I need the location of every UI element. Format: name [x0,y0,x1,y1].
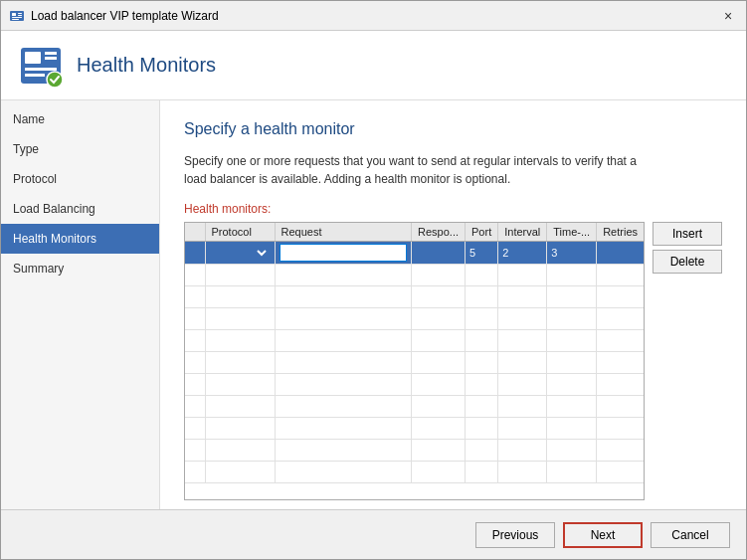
col-header-timeout: Time-... [547,223,597,242]
table-area: Protocol Request Respo... Port Interval … [184,222,645,500]
next-button[interactable]: Next [563,522,643,548]
sidebar-item-load-balancing[interactable]: Load Balancing [1,194,159,224]
content-area: Specify a health monitor Specify one or … [160,100,746,509]
content-title: Specify a health monitor [184,120,722,138]
empty-row-6 [185,374,644,396]
svg-rect-9 [45,57,57,60]
svg-rect-7 [25,52,41,64]
sidebar-item-name[interactable]: Name [1,104,159,134]
response-cell [412,242,466,265]
svg-rect-4 [12,17,22,18]
svg-rect-3 [18,15,22,16]
retries-cell [597,242,644,265]
app-icon [9,8,25,24]
insert-button[interactable]: Insert [653,222,722,246]
empty-row-8 [185,418,644,440]
col-header-rownum [185,223,205,242]
svg-point-12 [47,72,63,88]
col-header-request: Request [275,223,412,242]
previous-button[interactable]: Previous [475,522,555,548]
empty-row-3 [185,308,644,330]
sidebar: Name Type Protocol Load Balancing Health… [1,100,160,509]
col-header-port: Port [466,223,498,242]
row-number-cell [185,242,205,265]
health-monitors-table: Protocol Request Respo... Port Interval … [185,223,644,483]
empty-row-2 [185,286,644,308]
empty-row-5 [185,352,644,374]
section-label: Health monitors: [184,202,722,216]
close-button[interactable]: × [718,6,738,26]
wizard-header: Health Monitors [1,31,746,100]
sidebar-item-protocol[interactable]: Protocol [1,164,159,194]
table-container: Protocol Request Respo... Port Interval … [184,222,722,500]
footer: Previous Next Cancel [1,509,746,559]
table-row: HTTP HTTPS TCP 5 2 [185,242,644,265]
wizard-header-title: Health Monitors [77,54,216,77]
timeout-cell: 3 [547,242,597,265]
request-cell[interactable] [275,242,412,265]
wizard-body: Name Type Protocol Load Balancing Health… [1,100,746,509]
content-description: Specify one or more requests that you wa… [184,152,661,188]
title-bar: Load balancer VIP template Wizard × [1,1,746,31]
svg-rect-1 [12,13,16,16]
col-header-interval: Interval [498,223,547,242]
empty-row-4 [185,330,644,352]
col-header-response: Respo... [412,223,466,242]
svg-rect-11 [25,74,45,77]
col-header-protocol: Protocol [205,223,275,242]
empty-row-9 [185,440,644,462]
sidebar-item-summary[interactable]: Summary [1,254,159,283]
wizard-header-icon [17,42,65,90]
svg-rect-8 [45,52,57,55]
col-header-retries: Retries [597,223,644,242]
empty-row-1 [185,265,644,286]
empty-row-7 [185,396,644,418]
protocol-cell[interactable]: HTTP HTTPS TCP [205,242,275,265]
empty-row-10 [185,462,644,483]
request-input[interactable] [280,244,408,262]
sidebar-item-health-monitors[interactable]: Health Monitors [1,224,159,254]
interval-cell: 2 [498,242,547,265]
sidebar-item-type[interactable]: Type [1,134,159,164]
cancel-button[interactable]: Cancel [651,522,730,548]
svg-rect-5 [12,19,19,20]
svg-rect-2 [18,13,22,14]
protocol-select[interactable]: HTTP HTTPS TCP [210,246,270,260]
title-bar-text: Load balancer VIP template Wizard [31,9,718,23]
table-buttons: Insert Delete [653,222,722,274]
wizard-window: Load balancer VIP template Wizard × Heal… [0,0,747,560]
port-cell: 5 [466,242,498,265]
delete-button[interactable]: Delete [653,250,722,274]
svg-rect-10 [25,68,57,71]
